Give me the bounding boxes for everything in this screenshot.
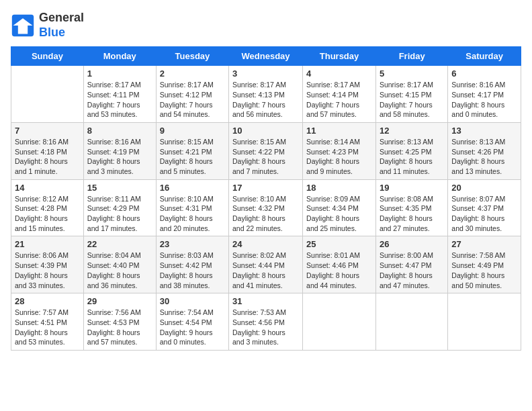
day-info: Sunrise: 7:56 AMSunset: 4:53 PMDaylight:…	[87, 308, 152, 347]
calendar-cell: 8Sunrise: 8:16 AMSunset: 4:19 PMDaylight…	[83, 122, 156, 179]
calendar-cell: 30Sunrise: 7:54 AMSunset: 4:54 PMDayligh…	[156, 293, 228, 351]
calendar-cell: 10Sunrise: 8:15 AMSunset: 4:22 PMDayligh…	[229, 122, 303, 179]
day-info: Sunrise: 8:10 AMSunset: 4:32 PMDaylight:…	[232, 194, 299, 234]
calendar-cell: 25Sunrise: 8:01 AMSunset: 4:46 PMDayligh…	[303, 236, 376, 293]
day-info: Sunrise: 8:16 AMSunset: 4:19 PMDaylight:…	[87, 137, 152, 177]
day-header-saturday: Saturday	[448, 47, 521, 66]
day-info: Sunrise: 7:58 AMSunset: 4:49 PMDaylight:…	[451, 250, 517, 290]
day-info: Sunrise: 8:11 AMSunset: 4:29 PMDaylight:…	[87, 194, 152, 234]
day-info: Sunrise: 8:17 AMSunset: 4:15 PMDaylight:…	[380, 80, 444, 120]
calendar-cell: 4Sunrise: 8:17 AMSunset: 4:14 PMDaylight…	[303, 66, 376, 123]
day-header-tuesday: Tuesday	[156, 47, 228, 66]
day-info: Sunrise: 8:16 AMSunset: 4:17 PMDaylight:…	[451, 80, 517, 120]
calendar-cell	[303, 293, 376, 351]
calendar-cell: 7Sunrise: 8:16 AMSunset: 4:18 PMDaylight…	[11, 122, 84, 179]
day-info: Sunrise: 8:06 AMSunset: 4:39 PMDaylight:…	[15, 250, 80, 290]
day-number: 26	[380, 239, 444, 249]
day-info: Sunrise: 8:13 AMSunset: 4:25 PMDaylight:…	[380, 137, 444, 177]
day-number: 10	[232, 126, 299, 136]
day-number: 13	[451, 126, 517, 136]
logo: General Blue	[11, 11, 84, 40]
calendar-cell: 15Sunrise: 8:11 AMSunset: 4:29 PMDayligh…	[83, 179, 156, 236]
day-info: Sunrise: 8:00 AMSunset: 4:47 PMDaylight:…	[380, 250, 444, 290]
day-number: 17	[232, 183, 299, 193]
day-info: Sunrise: 8:15 AMSunset: 4:21 PMDaylight:…	[160, 137, 225, 177]
day-number: 12	[380, 126, 444, 136]
day-info: Sunrise: 8:14 AMSunset: 4:23 PMDaylight:…	[306, 137, 372, 177]
day-info: Sunrise: 8:17 AMSunset: 4:13 PMDaylight:…	[232, 80, 299, 120]
calendar-cell: 22Sunrise: 8:04 AMSunset: 4:40 PMDayligh…	[83, 236, 156, 293]
day-info: Sunrise: 8:17 AMSunset: 4:12 PMDaylight:…	[160, 80, 225, 120]
calendar-table: SundayMondayTuesdayWednesdayThursdayFrid…	[11, 46, 521, 351]
day-number: 27	[451, 239, 517, 249]
day-number: 9	[160, 126, 225, 136]
day-info: Sunrise: 8:01 AMSunset: 4:46 PMDaylight:…	[306, 250, 372, 290]
day-header-monday: Monday	[83, 47, 156, 66]
calendar-cell: 2Sunrise: 8:17 AMSunset: 4:12 PMDaylight…	[156, 66, 228, 123]
calendar-cell: 19Sunrise: 8:08 AMSunset: 4:35 PMDayligh…	[375, 179, 447, 236]
day-number: 24	[232, 239, 299, 249]
calendar-cell	[375, 293, 447, 351]
calendar-cell: 6Sunrise: 8:16 AMSunset: 4:17 PMDaylight…	[448, 66, 521, 123]
calendar-cell	[11, 66, 84, 123]
day-info: Sunrise: 7:53 AMSunset: 4:56 PMDaylight:…	[232, 308, 299, 347]
calendar-cell: 12Sunrise: 8:13 AMSunset: 4:25 PMDayligh…	[375, 122, 447, 179]
day-info: Sunrise: 8:07 AMSunset: 4:37 PMDaylight:…	[451, 194, 517, 234]
day-info: Sunrise: 8:12 AMSunset: 4:28 PMDaylight:…	[15, 194, 80, 234]
day-info: Sunrise: 8:15 AMSunset: 4:22 PMDaylight:…	[232, 137, 299, 177]
day-number: 28	[15, 296, 80, 306]
calendar-cell: 17Sunrise: 8:10 AMSunset: 4:32 PMDayligh…	[229, 179, 303, 236]
day-number: 11	[306, 126, 372, 136]
calendar-cell: 31Sunrise: 7:53 AMSunset: 4:56 PMDayligh…	[229, 293, 303, 351]
calendar-cell: 1Sunrise: 8:17 AMSunset: 4:11 PMDaylight…	[83, 66, 156, 123]
day-header-friday: Friday	[375, 47, 447, 66]
logo-icon	[11, 13, 35, 38]
calendar-cell: 24Sunrise: 8:02 AMSunset: 4:44 PMDayligh…	[229, 236, 303, 293]
day-info: Sunrise: 8:17 AMSunset: 4:11 PMDaylight:…	[87, 80, 152, 120]
day-number: 1	[87, 68, 152, 79]
calendar-cell: 13Sunrise: 8:13 AMSunset: 4:26 PMDayligh…	[448, 122, 521, 179]
day-number: 29	[87, 296, 152, 306]
day-number: 2	[160, 68, 225, 79]
calendar-cell: 20Sunrise: 8:07 AMSunset: 4:37 PMDayligh…	[448, 179, 521, 236]
day-number: 15	[87, 183, 152, 193]
day-header-sunday: Sunday	[11, 47, 84, 66]
day-info: Sunrise: 8:17 AMSunset: 4:14 PMDaylight:…	[306, 80, 372, 120]
day-info: Sunrise: 7:54 AMSunset: 4:54 PMDaylight:…	[160, 308, 225, 347]
day-info: Sunrise: 8:02 AMSunset: 4:44 PMDaylight:…	[232, 250, 299, 290]
day-number: 7	[15, 126, 80, 136]
calendar-cell: 27Sunrise: 7:58 AMSunset: 4:49 PMDayligh…	[448, 236, 521, 293]
day-number: 3	[232, 68, 299, 79]
day-info: Sunrise: 8:09 AMSunset: 4:34 PMDaylight:…	[306, 194, 372, 234]
calendar-cell: 23Sunrise: 8:03 AMSunset: 4:42 PMDayligh…	[156, 236, 228, 293]
logo-text: General Blue	[39, 11, 84, 40]
day-number: 30	[160, 296, 225, 306]
day-number: 6	[451, 68, 517, 79]
day-number: 31	[232, 296, 299, 306]
day-info: Sunrise: 8:08 AMSunset: 4:35 PMDaylight:…	[380, 194, 444, 234]
calendar-cell: 3Sunrise: 8:17 AMSunset: 4:13 PMDaylight…	[229, 66, 303, 123]
day-info: Sunrise: 8:16 AMSunset: 4:18 PMDaylight:…	[15, 137, 80, 177]
calendar-cell: 18Sunrise: 8:09 AMSunset: 4:34 PMDayligh…	[303, 179, 376, 236]
header: General Blue	[11, 11, 521, 40]
day-number: 5	[380, 68, 444, 79]
day-number: 19	[380, 183, 444, 193]
day-number: 8	[87, 126, 152, 136]
calendar-cell: 14Sunrise: 8:12 AMSunset: 4:28 PMDayligh…	[11, 179, 84, 236]
day-number: 16	[160, 183, 225, 193]
day-header-thursday: Thursday	[303, 47, 376, 66]
calendar-cell	[448, 293, 521, 351]
calendar-cell: 11Sunrise: 8:14 AMSunset: 4:23 PMDayligh…	[303, 122, 376, 179]
day-number: 18	[306, 183, 372, 193]
day-number: 20	[451, 183, 517, 193]
day-header-wednesday: Wednesday	[229, 47, 303, 66]
calendar-cell: 16Sunrise: 8:10 AMSunset: 4:31 PMDayligh…	[156, 179, 228, 236]
day-number: 22	[87, 239, 152, 249]
day-info: Sunrise: 8:03 AMSunset: 4:42 PMDaylight:…	[160, 250, 225, 290]
day-info: Sunrise: 7:57 AMSunset: 4:51 PMDaylight:…	[15, 308, 80, 347]
calendar-cell: 9Sunrise: 8:15 AMSunset: 4:21 PMDaylight…	[156, 122, 228, 179]
calendar-cell: 21Sunrise: 8:06 AMSunset: 4:39 PMDayligh…	[11, 236, 84, 293]
day-info: Sunrise: 8:10 AMSunset: 4:31 PMDaylight:…	[160, 194, 225, 234]
calendar-cell: 28Sunrise: 7:57 AMSunset: 4:51 PMDayligh…	[11, 293, 84, 351]
day-info: Sunrise: 8:04 AMSunset: 4:40 PMDaylight:…	[87, 250, 152, 290]
